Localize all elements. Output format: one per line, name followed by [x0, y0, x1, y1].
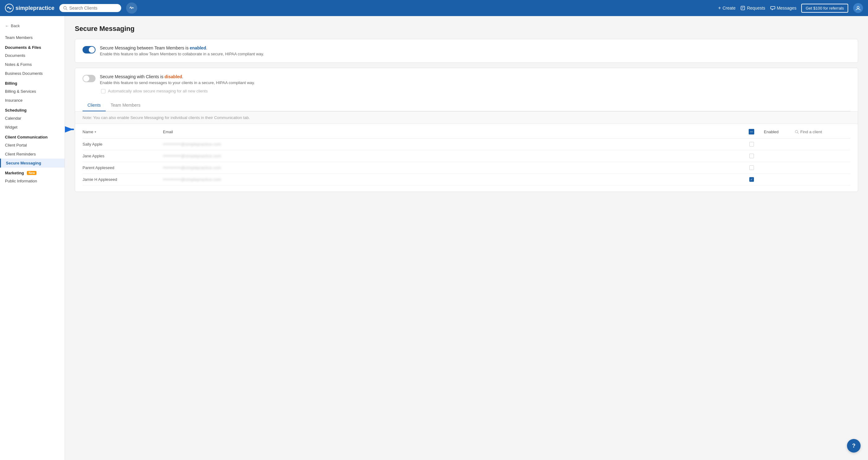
sort-icon: ▾ — [95, 130, 96, 133]
toggle-text-after-clients: . — [182, 74, 183, 79]
messages-label: Messages — [777, 6, 797, 10]
requests-label: Requests — [747, 6, 765, 10]
sidebar-section-client-communication: Client Communication — [0, 132, 65, 141]
tab-team-members-label: Team Members — [111, 103, 140, 108]
sidebar-item-billing-services[interactable]: Billing & Services — [0, 87, 65, 96]
requests-button[interactable]: Requests — [740, 6, 765, 10]
sidebar-item-calendar[interactable]: Calendar — [0, 114, 65, 123]
find-client-input[interactable] — [800, 129, 837, 134]
sidebar-item-label: Notes & Forms — [5, 62, 32, 67]
sidebar-item-label: Business Documents — [5, 71, 43, 76]
sidebar-item-business-documents[interactable]: Business Documents — [0, 69, 65, 78]
col-header-enabled-icon[interactable] — [739, 129, 764, 134]
sidebar-item-label: Billing & Services — [5, 89, 36, 94]
sidebar-item-documents[interactable]: Documents — [0, 51, 65, 60]
sidebar-item-notes-forms[interactable]: Notes & Forms — [0, 60, 65, 69]
activity-button[interactable] — [126, 2, 137, 13]
table-row: Jane Apples ••••••••••••@simplepractice.… — [83, 150, 850, 162]
help-button[interactable]: ? — [847, 439, 861, 453]
find-search-icon — [795, 130, 799, 134]
auto-messaging-checkbox-row: Automatically allow secure messaging for… — [100, 89, 850, 93]
avatar-icon — [855, 5, 861, 11]
client-name: Sally Apple — [83, 142, 163, 147]
sidebar-item-label: Secure Messaging — [6, 161, 41, 165]
top-navigation: simplepractice + Create Requests Message… — [0, 0, 868, 16]
referral-label: Get $100 for referrals — [806, 6, 844, 10]
auto-messaging-label: Automatically allow secure messaging for… — [108, 89, 208, 93]
team-messaging-toggle[interactable] — [83, 46, 95, 54]
select-all-checkbox[interactable] — [749, 129, 754, 134]
logo-icon — [5, 4, 13, 12]
table-note: Note: You can also enable Secure Messagi… — [75, 111, 858, 124]
col-header-find[interactable] — [795, 129, 850, 134]
messages-icon — [770, 6, 775, 10]
main-layout: ← Back Team Members Documents & Files Do… — [0, 16, 868, 460]
client-enabled-checkbox[interactable] — [739, 154, 764, 158]
create-plus-icon: + — [718, 5, 721, 11]
toggle-primary-text-team: Secure Messaging between Team Members is… — [100, 45, 850, 51]
clients-messaging-card: Secure Messaging with Clients is disable… — [75, 68, 858, 192]
avatar[interactable] — [853, 3, 863, 13]
create-button[interactable]: + Create — [718, 5, 735, 11]
sidebar: ← Back Team Members Documents & Files Do… — [0, 16, 65, 460]
client-email: ••••••••••••@simplepractice.com — [163, 154, 739, 158]
sidebar-item-label: Widget — [5, 125, 17, 129]
auto-messaging-checkbox[interactable] — [101, 89, 105, 93]
sidebar-item-label: Team Members — [5, 35, 33, 40]
toggle-description-team: Enable this feature to allow Team Member… — [100, 52, 850, 56]
client-enabled-checkbox[interactable] — [739, 177, 764, 182]
tab-clients[interactable]: Clients — [83, 99, 106, 111]
toggle-info-team: Secure Messaging between Team Members is… — [100, 45, 850, 56]
back-arrow-icon: ← — [5, 24, 9, 28]
search-input[interactable] — [69, 6, 110, 10]
tab-team-members[interactable]: Team Members — [106, 99, 145, 111]
sidebar-item-secure-messaging[interactable]: Secure Messaging — [0, 159, 65, 167]
sidebar-section-marketing: Marketing New — [0, 167, 65, 177]
messages-button[interactable]: Messages — [770, 6, 797, 10]
back-button[interactable]: ← Back — [0, 21, 65, 31]
client-email: ••••••••••••@simplepractice.com — [163, 177, 739, 182]
clients-messaging-toggle[interactable] — [83, 75, 95, 82]
toggle-description-clients: Enable this feature to send messages to … — [100, 81, 850, 85]
svg-point-6 — [857, 6, 859, 9]
sidebar-item-insurance[interactable]: Insurance — [0, 96, 65, 105]
page-title: Secure Messaging — [75, 25, 858, 33]
sidebar-item-widget[interactable]: Widget — [0, 123, 65, 132]
toggle-primary-text-clients: Secure Messaging with Clients is disable… — [100, 74, 850, 79]
logo-text: simplepractice — [16, 5, 54, 11]
toggle-status-enabled: enabled — [190, 45, 206, 51]
main-content: Secure Messaging Secure Messaging betwee… — [65, 16, 868, 460]
client-email: ••••••••••••@simplepractice.com — [163, 142, 739, 147]
toggle-text-before: Secure Messaging between Team Members is — [100, 45, 190, 51]
toggle-text-after: . — [206, 45, 208, 51]
col-header-enabled: Enabled — [764, 129, 795, 134]
toggle-row-team: Secure Messaging between Team Members is… — [83, 45, 850, 56]
requests-icon — [740, 6, 745, 10]
sidebar-section-documents-files: Documents & Files — [0, 42, 65, 51]
table-row: Parent Appleseed ••••••••••••@simpleprac… — [83, 162, 850, 174]
sidebar-item-label: Documents — [5, 53, 25, 58]
table-row: Jamie H Appleseed ••••••••••••@simplepra… — [83, 174, 850, 185]
toggle-text-before-clients: Secure Messaging with Clients is — [100, 74, 164, 79]
sidebar-item-public-information[interactable]: Public Information — [0, 177, 65, 185]
search-bar[interactable] — [59, 4, 121, 12]
sidebar-item-client-portal[interactable]: Client Portal — [0, 141, 65, 150]
marketing-badge: New — [27, 171, 36, 175]
sidebar-item-client-reminders[interactable]: Client Reminders — [0, 150, 65, 159]
client-enabled-checkbox[interactable] — [739, 142, 764, 147]
search-icon — [63, 6, 67, 10]
table-row: Sally Apple ••••••••••••@simplepractice.… — [83, 139, 850, 150]
sidebar-section-scheduling: Scheduling — [0, 105, 65, 114]
client-enabled-checkbox[interactable] — [739, 165, 764, 170]
table-header: Name ▾ Email Enabled — [83, 125, 850, 139]
sidebar-section-billing: Billing — [0, 78, 65, 87]
client-name: Jamie H Appleseed — [83, 177, 163, 182]
referral-button[interactable]: Get $100 for referrals — [801, 4, 848, 13]
sidebar-item-label: Client Reminders — [5, 152, 36, 156]
sidebar-item-team-members[interactable]: Team Members — [0, 33, 65, 42]
col-header-name[interactable]: Name ▾ — [83, 129, 163, 134]
logo[interactable]: simplepractice — [5, 4, 54, 12]
svg-line-2 — [66, 9, 67, 10]
toggle-status-disabled: disabled — [164, 74, 182, 79]
sidebar-item-label: Client Portal — [5, 143, 27, 148]
